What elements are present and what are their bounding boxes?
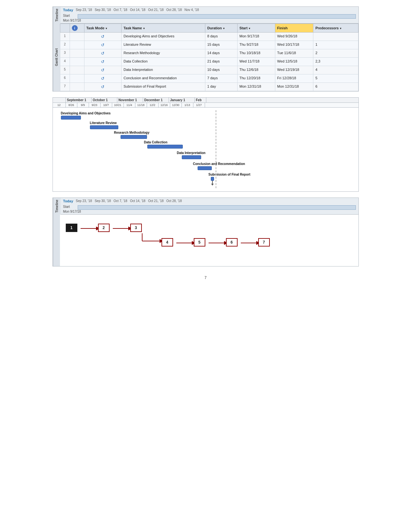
- col-start[interactable]: Start: [237, 24, 275, 33]
- gantt-date-cell: 10/21: [112, 103, 124, 107]
- gantt-task-label: Literature Review: [90, 121, 117, 125]
- task-finish: Fri 12/28/18: [275, 74, 313, 83]
- gantt-date-cell: 12/30: [170, 103, 182, 107]
- task-name: Literature Review: [122, 41, 205, 49]
- col-taskmode[interactable]: Task Mode: [84, 24, 121, 33]
- task-finish: Wed 10/17/18: [275, 41, 313, 49]
- start-label: Start: [63, 14, 70, 17]
- table-row: 7 ↺ Submission of Final Report 1 day Mon…: [60, 83, 358, 91]
- network-body: 1 2 3 4 5 6 7: [53, 215, 358, 266]
- gantt-date-cell: 9/9: [77, 103, 89, 107]
- task-predecessors: 1: [313, 41, 358, 49]
- gantt-table-wrapper: Gantt Chart i Task Mode Task Name Durati…: [53, 24, 358, 91]
- task-mode-icon: ↺: [84, 58, 121, 66]
- network-timeline-label: Timeline: [53, 198, 61, 215]
- gantt-bar: [61, 116, 81, 120]
- gantt-task-label: Data Interpretation: [177, 151, 206, 155]
- info-icon: i: [72, 25, 78, 31]
- timeline-dates-area: Today Sep 23, '18 Sep 30, '18 Oct 7, '18…: [61, 7, 358, 23]
- today-marker: Today: [63, 8, 73, 12]
- task-predecessors: 5: [313, 74, 358, 83]
- task-start: Mon 12/31/18: [237, 83, 275, 91]
- task-finish: Tue 11/6/18: [275, 49, 313, 58]
- gantt-task-label: Research Methodology: [114, 131, 150, 134]
- network-node-2: 2: [98, 224, 110, 232]
- network-section: Timeline Today Sep 23, '18 Sep 30, '18 O…: [53, 198, 359, 266]
- task-duration: 10 days: [205, 66, 238, 74]
- row-id: 7: [60, 83, 70, 91]
- table-area: i Task Mode Task Name Duration Start Fin…: [60, 24, 358, 91]
- task-start: Thu 10/18/18: [237, 49, 275, 58]
- gantt-dates-row: 128/269/99/2310/710/2111/411/1812/212/16…: [53, 103, 358, 108]
- task-name: Submission of Final Report: [122, 83, 205, 91]
- col-taskname[interactable]: Task Name: [122, 24, 205, 33]
- col-predecessors[interactable]: Predecessors: [313, 24, 358, 33]
- task-duration: 15 days: [205, 41, 238, 49]
- col-duration[interactable]: Duration: [205, 24, 238, 33]
- task-start: Thu 9/27/18: [237, 41, 275, 49]
- row-empty: [70, 49, 84, 58]
- network-node-7: 7: [258, 238, 270, 247]
- task-name: Data Interpretation: [122, 66, 205, 74]
- task-name: Developing Aims and Objectives: [122, 33, 205, 41]
- task-mode-icon: ↺: [84, 33, 121, 41]
- table-row: 2 ↺ Literature Review 15 days Thu 9/27/1…: [60, 41, 358, 49]
- task-finish: Mon 12/31/18: [275, 83, 313, 91]
- timeline-bar: [78, 14, 356, 19]
- col-rownum: [60, 24, 70, 33]
- task-start: Thu 12/20/18: [237, 74, 275, 83]
- row-empty: [70, 41, 84, 49]
- task-duration: 1 day: [205, 83, 238, 91]
- col-finish[interactable]: Finish: [275, 24, 313, 33]
- gantt-date-cell: 10/7: [101, 103, 112, 107]
- row-empty: [70, 83, 84, 91]
- gantt-date-cell: 1/13: [182, 103, 193, 107]
- page-number: 7: [53, 276, 359, 280]
- task-finish: Wed 12/19/18: [275, 66, 313, 74]
- start-date: Mon 9/17/18: [63, 19, 356, 22]
- network-timeline-dates: Today Sep 23, '18 Sep 30, '18 Oct 7, '18…: [61, 198, 358, 214]
- month-feb: Feb: [195, 98, 206, 102]
- gantt-date-cell: 12/16: [159, 103, 170, 107]
- gantt-bar: [147, 145, 183, 149]
- timeline-dates: Sep 23, '18 Sep 30, '18 Oct 7, '18 Oct 1…: [76, 8, 199, 12]
- task-mode-icon: ↺: [84, 83, 121, 91]
- network-node-3: 3: [130, 224, 142, 232]
- network-node-1: 1: [66, 224, 77, 232]
- gantt-date-cell: 12: [53, 103, 66, 107]
- month-sep: September 1: [66, 98, 92, 102]
- row-empty: [70, 74, 84, 83]
- row-id: 3: [60, 49, 70, 58]
- gantt-body: Developing Aims and ObjectivesLiterature…: [53, 108, 358, 191]
- task-mode-icon: ↺: [84, 66, 121, 74]
- task-duration: 8 days: [205, 33, 238, 41]
- task-table: i Task Mode Task Name Duration Start Fin…: [60, 24, 358, 91]
- gantt-bar: [198, 166, 212, 170]
- row-id: 4: [60, 58, 70, 66]
- month-placeholder: [53, 98, 66, 102]
- row-id: 6: [60, 74, 70, 83]
- task-predecessors: [313, 33, 358, 41]
- network-start-date: Mon 9/17/18: [63, 210, 356, 213]
- network-node-6: 6: [226, 238, 238, 247]
- gantt-chart-visual: September 1 October 1 November 1 Decembe…: [53, 97, 359, 192]
- gantt-date-cell: 11/4: [124, 103, 135, 107]
- task-start: Mon 9/17/18: [237, 33, 275, 41]
- gantt-date-cell: 1/27: [193, 103, 205, 107]
- network-timeline-header: Timeline Today Sep 23, '18 Sep 30, '18 O…: [53, 198, 358, 215]
- task-duration: 21 days: [205, 58, 238, 66]
- page-wrapper: Timeline Today Sep 23, '18 Sep 30, '18 O…: [53, 6, 359, 280]
- task-predecessors: 2,3: [313, 58, 358, 66]
- network-timeline-dates-text: Sep 23, '18 Sep 30, '18 Oct 7, '18 Oct 1…: [76, 199, 182, 203]
- timeline-header: Timeline Today Sep 23, '18 Sep 30, '18 O…: [53, 7, 358, 24]
- network-label: [53, 215, 60, 266]
- table-row: 3 ↺ Research Methodology 14 days Thu 10/…: [60, 49, 358, 58]
- task-duration: 14 days: [205, 49, 238, 58]
- col-info: i: [70, 24, 84, 33]
- task-start: Wed 11/7/18: [237, 58, 275, 66]
- gantt-date-cell: 11/18: [135, 103, 147, 107]
- gantt-task-label: Submission of Final Report: [209, 173, 250, 176]
- table-row: 5 ↺ Data Interpretation 10 days Thu 12/6…: [60, 66, 358, 74]
- network-start-label: Start: [63, 205, 70, 208]
- month-jan: January 1: [169, 98, 195, 102]
